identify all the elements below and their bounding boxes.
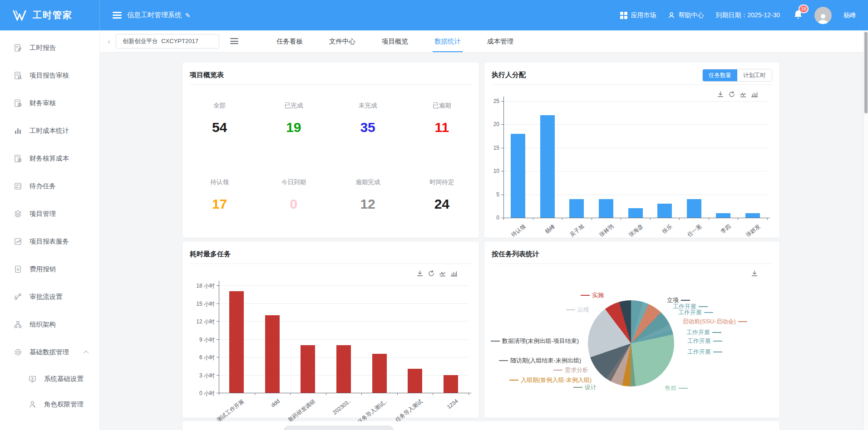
- notification-bell[interactable]: 18: [794, 10, 803, 21]
- back-button[interactable]: ‹: [106, 37, 112, 46]
- sidebar-item-finance-accounting-cost[interactable]: ¥ 财务核算成本: [0, 145, 99, 172]
- x-tick-label: 张林鸮: [598, 223, 616, 239]
- sidebar-item-worktime-cost-stats[interactable]: 工时成本统计: [0, 117, 99, 145]
- tab-cost-management[interactable]: 成本管理: [483, 30, 517, 52]
- pie-label-text: 工作开展: [678, 308, 702, 317]
- pie-label-line: [713, 352, 722, 352]
- project-select[interactable]: 创新创业平台 CXCYPT2017: [116, 34, 219, 49]
- y-tick-label: 0 小时: [182, 390, 215, 397]
- sidebar-item-role-permission-management[interactable]: 角色权限管理: [0, 391, 99, 417]
- bar[interactable]: [569, 199, 584, 218]
- user-name: 杨峰: [843, 11, 856, 20]
- sidebar-item-approval-flow-settings[interactable]: 审批流设置: [0, 283, 99, 311]
- pie-label-line: [581, 295, 590, 296]
- gear-icon: [14, 348, 22, 357]
- sidebar-item-expense-reimbursement[interactable]: ¥ 费用报销: [0, 255, 99, 283]
- bar[interactable]: [628, 208, 643, 218]
- sidebar-item-project-management[interactable]: 项目管理: [0, 200, 99, 228]
- sidebar-item-finance-review[interactable]: $ 财务审核: [0, 89, 99, 117]
- board-icon[interactable]: [113, 12, 122, 19]
- stat-overdue-completed: 逾期完成12: [331, 161, 405, 238]
- bar[interactable]: [599, 199, 613, 218]
- bar[interactable]: [716, 213, 730, 218]
- axis-tick: [738, 218, 738, 220]
- bar-chart-icon: [14, 127, 22, 135]
- report-doc-icon: [14, 44, 22, 52]
- bar[interactable]: [336, 345, 351, 393]
- y-tick-label: 10: [484, 168, 499, 174]
- tab-file-center[interactable]: 文件中心: [326, 30, 359, 52]
- stat-uncompleted: 未完成35: [331, 84, 405, 161]
- bar[interactable]: [540, 115, 555, 218]
- y-axis-line: [503, 97, 504, 218]
- sidebar-item-system-basic-settings[interactable]: 系统基础设置: [0, 366, 99, 391]
- help-center-link[interactable]: 帮助中心: [668, 11, 704, 20]
- x-tick-label: 徐乐: [661, 223, 674, 235]
- bar[interactable]: [687, 199, 701, 218]
- scrollbar-thumb[interactable]: [864, 32, 868, 113]
- flow-icon: [14, 293, 22, 301]
- pie[interactable]: [588, 300, 674, 386]
- x-tick-label: 张妍发: [744, 223, 762, 239]
- header-right: 应用市场 帮助中心 到期日期：2025-12-30 18: [620, 7, 868, 24]
- x-tick-label: 杨峰: [543, 223, 557, 235]
- pie-label: 启动前(SSU-启动会): [682, 318, 747, 326]
- bar[interactable]: [265, 315, 280, 393]
- y-tick-label: 5: [484, 191, 499, 198]
- sidebar-item-project-report-review[interactable]: 项目报告审核: [0, 62, 99, 89]
- x-tick-label: 任一葱: [686, 223, 703, 239]
- pie-label-line: [713, 341, 722, 342]
- tasks-bar-chart[interactable]: 0 小时3 小时6 小时9 小时12 小时15 小时18 小时测试工作开展ddd…: [182, 242, 479, 418]
- tab-task-board[interactable]: 任务看板: [273, 30, 306, 52]
- sidebar-item-org-structure[interactable]: 组织架构: [0, 311, 99, 338]
- app-market-icon: [620, 12, 627, 19]
- list-view-icon[interactable]: [230, 38, 238, 44]
- x-tick-label: 待认领: [510, 223, 528, 239]
- sidebar-item-project-report-service[interactable]: 项目报表服务: [0, 228, 99, 255]
- sidebar-item-worktime-report[interactable]: 工时报告: [0, 34, 99, 62]
- app-market-link[interactable]: 应用市场: [620, 11, 656, 20]
- scrollbar: [863, 30, 868, 430]
- axis-tick: [433, 393, 433, 395]
- pie-label-line: [738, 321, 747, 322]
- pie-label-line: [553, 370, 562, 371]
- axis-tick: [255, 393, 255, 395]
- bar[interactable]: [745, 213, 760, 218]
- partial-segmented-control[interactable]: [283, 425, 394, 430]
- pie-label-line: [679, 388, 688, 389]
- stat-unclaimed: 待认领17: [182, 161, 256, 238]
- bar[interactable]: [229, 291, 244, 393]
- sidebar-item-basic-data-management[interactable]: 基础数据管理: [0, 338, 99, 366]
- pie-label: 需求分析: [553, 366, 588, 374]
- x-tick-label: 张海彦: [627, 223, 645, 239]
- tab-project-overview[interactable]: 项目概览: [378, 30, 412, 52]
- avatar[interactable]: [814, 7, 832, 24]
- pie-label: 随访期(入组结束-末例出组): [499, 357, 581, 365]
- bar[interactable]: [657, 204, 672, 218]
- pie-label: 售前: [665, 384, 688, 392]
- pie-label-line: [509, 380, 518, 381]
- bar[interactable]: [444, 375, 458, 393]
- axis-tick: [679, 218, 680, 220]
- pie-label-text: 工作开展: [687, 348, 711, 356]
- pie-label: 数据清理(末例出组-项目结束): [491, 337, 579, 345]
- task-list-pie-chart[interactable]: 实施立项工作开展工作开展启动前(SSU-启动会)工作开展工作开展工作开展售前设计…: [484, 242, 779, 418]
- sidebar-item-todo-tasks[interactable]: 待办任务: [0, 172, 99, 200]
- y-tick-label: 25: [484, 98, 499, 104]
- stat-all: 全部54: [182, 84, 256, 161]
- checklist-icon: [14, 182, 22, 191]
- bar[interactable]: [408, 369, 422, 393]
- axis-tick: [361, 393, 362, 395]
- stat-completed: 已完成19: [256, 84, 330, 161]
- app-header: 工时管家 信息工时管理系统 ✎ 应用市场 帮助中心 到期日期：2025-12-3…: [0, 0, 868, 30]
- bar[interactable]: [372, 354, 387, 393]
- org-tree-icon: [14, 320, 22, 329]
- tab-data-statistics[interactable]: 数据统计: [431, 30, 464, 52]
- bar[interactable]: [511, 134, 525, 218]
- bar[interactable]: [301, 345, 315, 393]
- executor-bar-chart[interactable]: 0510152025待认领杨峰吴子旭张林鸮张海彦徐乐任一葱李四张妍发: [484, 63, 779, 238]
- edit-title-icon[interactable]: ✎: [185, 12, 191, 19]
- person-icon: [668, 12, 675, 19]
- axis-tick: [326, 393, 326, 395]
- pie-label-line: [681, 300, 690, 301]
